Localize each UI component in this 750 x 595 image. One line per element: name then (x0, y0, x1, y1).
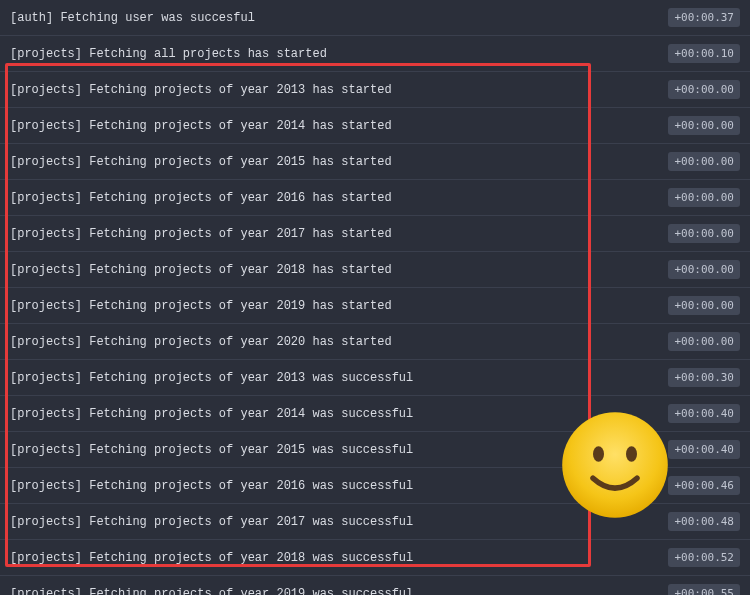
log-timestamp: +00:00.00 (668, 260, 740, 279)
log-message: [projects] Fetching projects of year 201… (10, 227, 392, 241)
log-timestamp: +00:00.00 (668, 296, 740, 315)
log-timestamp: +00:00.37 (668, 8, 740, 27)
log-timestamp: +00:00.10 (668, 44, 740, 63)
log-message: [projects] Fetching projects of year 201… (10, 479, 413, 493)
log-message: [projects] Fetching projects of year 201… (10, 587, 413, 596)
log-row[interactable]: [projects] Fetching projects of year 201… (0, 540, 750, 576)
log-timestamp: +00:00.48 (668, 512, 740, 531)
log-row[interactable]: [projects] Fetching projects of year 201… (0, 360, 750, 396)
log-row[interactable]: [projects] Fetching projects of year 201… (0, 396, 750, 432)
log-timestamp: +00:00.40 (668, 440, 740, 459)
log-row[interactable]: [projects] Fetching projects of year 201… (0, 216, 750, 252)
log-row[interactable]: [projects] Fetching projects of year 201… (0, 180, 750, 216)
log-timestamp: +00:00.00 (668, 224, 740, 243)
log-message: [projects] Fetching projects of year 201… (10, 407, 413, 421)
log-timestamp: +00:00.55 (668, 584, 740, 595)
log-message: [projects] Fetching all projects has sta… (10, 47, 327, 61)
log-timestamp: +00:00.46 (668, 476, 740, 495)
log-row[interactable]: [projects] Fetching projects of year 201… (0, 576, 750, 595)
log-message: [projects] Fetching projects of year 201… (10, 83, 392, 97)
log-timestamp: +00:00.00 (668, 80, 740, 99)
log-timestamp: +00:00.52 (668, 548, 740, 567)
log-row[interactable]: [projects] Fetching projects of year 201… (0, 468, 750, 504)
log-timestamp: +00:00.00 (668, 188, 740, 207)
log-message: [projects] Fetching projects of year 201… (10, 119, 392, 133)
log-timestamp: +00:00.40 (668, 404, 740, 423)
log-row[interactable]: [projects] Fetching projects of year 201… (0, 144, 750, 180)
log-message: [projects] Fetching projects of year 201… (10, 155, 392, 169)
log-message: [projects] Fetching projects of year 201… (10, 263, 392, 277)
log-message: [projects] Fetching projects of year 201… (10, 371, 413, 385)
log-message: [projects] Fetching projects of year 202… (10, 335, 392, 349)
log-row[interactable]: [projects] Fetching projects of year 201… (0, 432, 750, 468)
log-row[interactable]: [projects] Fetching projects of year 201… (0, 108, 750, 144)
log-timestamp: +00:00.00 (668, 116, 740, 135)
log-timestamp: +00:00.00 (668, 152, 740, 171)
log-row[interactable]: [projects] Fetching projects of year 201… (0, 288, 750, 324)
log-message: [projects] Fetching projects of year 201… (10, 443, 413, 457)
log-timestamp: +00:00.30 (668, 368, 740, 387)
log-message: [auth] Fetching user was succesful (10, 11, 255, 25)
log-row[interactable]: [projects] Fetching projects of year 201… (0, 504, 750, 540)
log-row[interactable]: [auth] Fetching user was succesful+00:00… (0, 0, 750, 36)
log-message: [projects] Fetching projects of year 201… (10, 515, 413, 529)
log-row[interactable]: [projects] Fetching all projects has sta… (0, 36, 750, 72)
log-message: [projects] Fetching projects of year 201… (10, 299, 392, 313)
log-list: [auth] Fetching user was succesful+00:00… (0, 0, 750, 595)
log-message: [projects] Fetching projects of year 201… (10, 191, 392, 205)
log-row[interactable]: [projects] Fetching projects of year 201… (0, 252, 750, 288)
log-timestamp: +00:00.00 (668, 332, 740, 351)
log-row[interactable]: [projects] Fetching projects of year 202… (0, 324, 750, 360)
log-message: [projects] Fetching projects of year 201… (10, 551, 413, 565)
log-row[interactable]: [projects] Fetching projects of year 201… (0, 72, 750, 108)
